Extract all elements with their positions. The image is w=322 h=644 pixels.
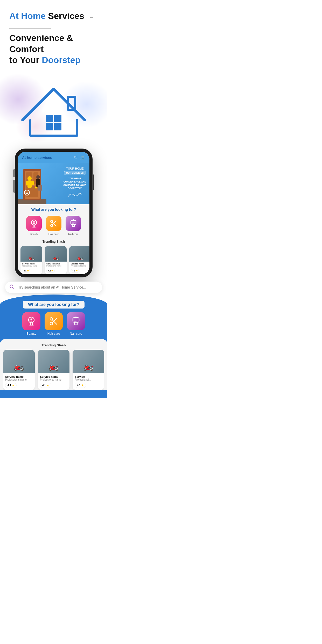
your-home-text: YOUR HOME [63, 167, 86, 170]
page-wrapper: At Home Services ←———————— Convenience &… [0, 0, 107, 398]
search-input[interactable] [5, 282, 102, 293]
category-nailcare[interactable]: Nail care [66, 216, 81, 236]
full-star-1: ★ [12, 384, 14, 387]
full-rating-1: 4.1 [8, 384, 11, 387]
full-card-pro-3: Professional... [75, 378, 102, 381]
banner-text-area: YOUR HOME OUR SERVICES "BRINGINGCONVENIE… [63, 167, 89, 200]
full-rating-2: 4.1 [42, 384, 46, 387]
full-card-2[interactable]: Service name Professional name 4.1 ★ [38, 350, 69, 390]
svg-point-22 [26, 192, 27, 192]
full-card-3[interactable]: Service Professional... 4.1 ★ [73, 350, 104, 390]
bottom-nail-box [67, 312, 85, 330]
phone-mockup: At home services ♡ 🛒 [15, 149, 93, 277]
app-content-area: What are you looking for? [18, 204, 89, 274]
hair-label: Hair care [48, 233, 59, 236]
star-icon-3: ★ [76, 270, 78, 272]
rating-value-3: 4.1 [72, 270, 75, 272]
bottom-nail-label: Nail care [70, 332, 82, 335]
app-title: At home services [22, 156, 52, 160]
full-card-badge-3: 4.1 ★ [75, 383, 86, 388]
full-card-img-3 [73, 350, 104, 373]
svg-rect-48 [75, 322, 77, 325]
hero-title-black3: to Your [9, 55, 42, 65]
phone-side-right [93, 174, 94, 190]
blob-area [0, 71, 107, 154]
svg-rect-33 [72, 225, 74, 227]
service-card-name-3: Service name [71, 263, 89, 265]
looking-for-section: What are you looking for? [18, 207, 89, 212]
svg-rect-40 [30, 323, 32, 325]
full-rating-3: 4.1 [77, 384, 81, 387]
full-card-1[interactable]: Service name Professional name 4.1 ★ [3, 350, 35, 390]
svg-point-13 [35, 186, 37, 188]
cart-icon[interactable]: 🛒 [80, 155, 85, 160]
service-card-name-1: Service name [22, 263, 41, 265]
category-beauty[interactable]: Beauty [26, 216, 42, 236]
bottom-looking-for-title: What are you looking for? [23, 301, 84, 309]
phone-screen: At home services ♡ 🛒 [18, 152, 89, 274]
full-card-info-2: Service name Professional name 4.1 ★ [38, 373, 69, 390]
svg-rect-20 [38, 185, 42, 191]
phone-side-left2 [13, 180, 15, 193]
hero-title-blue2: Doorstep [42, 55, 80, 65]
bottom-category-beauty[interactable]: Beauty [22, 312, 40, 335]
trending-row-label: Trending Slash [3, 343, 104, 347]
trending-section: Trending Slash Service name Professional… [0, 339, 107, 390]
service-card-3[interactable]: Service name Professional name 4.1 ★ [69, 246, 89, 274]
service-card-img-2 [45, 246, 67, 262]
full-card-badge-1: 4.1 ★ [5, 383, 17, 388]
full-card-name-1: Service name [5, 375, 33, 378]
full-card-img-1 [3, 350, 35, 373]
svg-point-27 [33, 221, 35, 223]
our-services-bubble: OUR SERVICES [64, 171, 86, 175]
house-illustration [20, 79, 87, 141]
bottom-category-nail[interactable]: Nail care [67, 312, 85, 335]
nail-icon-box [66, 216, 81, 231]
bottom-beauty-label: Beauty [26, 332, 36, 335]
hero-title-black2: Convenience & Comfort [9, 33, 73, 54]
full-card-name-2: Service name [40, 375, 67, 378]
hero-section: At Home Services ←———————— Convenience &… [0, 0, 107, 71]
service-card-1[interactable]: Service name Professional name 4.1 ★ [20, 246, 42, 274]
service-card-2[interactable]: Service name Professional name 4.1 ★ [45, 246, 67, 274]
svg-line-38 [12, 287, 13, 288]
trending-label: Trending Slash [18, 240, 89, 243]
search-icon [9, 284, 14, 290]
full-card-badge-2: 4.1 ★ [40, 383, 51, 388]
rating-value-2: 4.1 [48, 270, 51, 272]
service-card-rating-1: 4.1 ★ [22, 269, 30, 273]
hair-icon-box [46, 216, 61, 231]
hero-title-black1: Services [46, 11, 84, 21]
bottom-hair-box [45, 312, 63, 330]
service-card-img-1 [20, 246, 42, 262]
service-card-img-3 [69, 246, 89, 262]
svg-rect-15 [27, 180, 32, 188]
heart-icon[interactable]: ♡ [74, 155, 78, 160]
full-card-pro-2: Professional name [40, 378, 67, 381]
service-cards-row: Service name Professional name 4.1 ★ [18, 246, 89, 274]
phone-side-left1 [13, 169, 15, 177]
service-card-pro-1: Professional name [22, 265, 41, 267]
bottom-category-hair[interactable]: Hair care [45, 312, 63, 335]
app-banner: YOUR HOME OUR SERVICES "BRINGINGCONVENIE… [18, 163, 89, 204]
svg-rect-16 [26, 181, 28, 185]
app-topbar: At home services ♡ 🛒 [18, 152, 89, 163]
door-illustration [18, 164, 46, 204]
service-card-rating-3: 4.1 ★ [71, 269, 79, 273]
category-haircare[interactable]: Hair care [46, 216, 61, 236]
search-section [0, 277, 107, 297]
nail-label: Nail care [68, 233, 78, 236]
phone-section: At home services ♡ 🛒 [0, 149, 107, 277]
full-card-info-1: Service name Professional name 4.1 ★ [3, 373, 35, 390]
service-card-name-2: Service name [46, 263, 65, 265]
app-icons: ♡ 🛒 [74, 155, 85, 160]
rating-value-1: 4.1 [24, 270, 26, 272]
full-card-pro-1: Professional name [5, 378, 33, 381]
svg-point-23 [27, 192, 28, 192]
looking-for-title: What are you looking for? [18, 207, 89, 212]
service-card-pro-3: Professional name [71, 265, 89, 267]
service-card-info-2: Service name Professional name 4.1 ★ [45, 262, 67, 274]
full-cards-row: Service name Professional name 4.1 ★ Ser… [3, 350, 104, 390]
full-star-2: ★ [47, 384, 49, 387]
svg-point-14 [27, 176, 32, 180]
